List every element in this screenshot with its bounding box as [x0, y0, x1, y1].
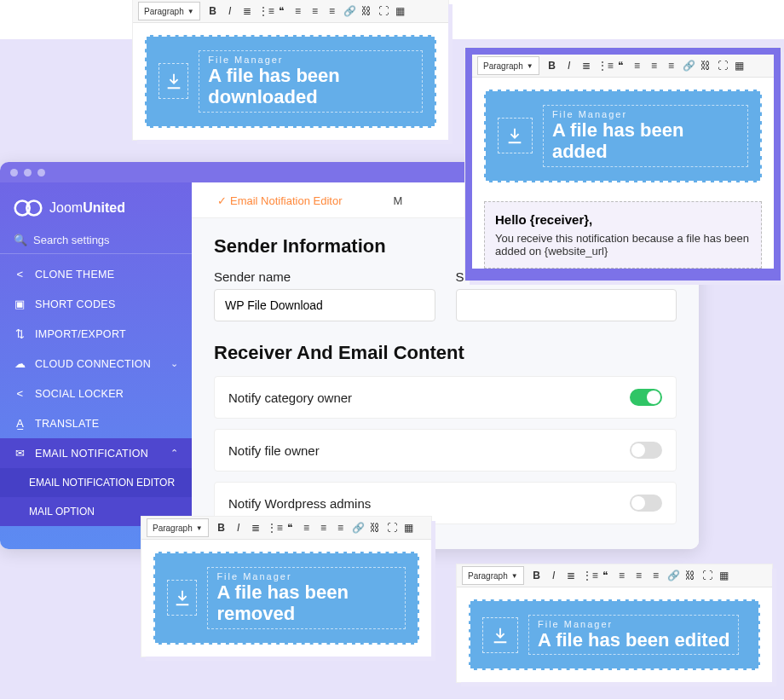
align-right-icon[interactable]: ≡ — [666, 60, 677, 72]
notification-message: A file has been edited — [538, 629, 729, 651]
sender-name-label: Sender name — [214, 269, 435, 284]
toggle-notify-category-owner[interactable] — [630, 389, 662, 406]
window-dot[interactable] — [10, 169, 18, 176]
email-body-preview: Hello {receiver}, You receive this notif… — [484, 201, 762, 269]
editor-card-removed: Paragraph▼ BI≣⋮≡❝≡≡≡🔗⛓⛶▦ File Manager A … — [141, 517, 431, 657]
unlink-icon[interactable]: ⛓ — [369, 522, 381, 534]
file-manager-label: File Manager — [216, 571, 396, 581]
bold-icon[interactable]: B — [216, 522, 228, 534]
align-center-icon[interactable]: ≡ — [318, 522, 330, 534]
sidebar-item-import-export[interactable]: ⇅IMPORT/EXPORT — [0, 319, 192, 349]
align-center-icon[interactable]: ≡ — [309, 5, 321, 17]
italic-icon[interactable]: I — [563, 60, 575, 72]
share-icon: < — [14, 387, 26, 400]
unlink-icon[interactable]: ⛓ — [684, 570, 696, 581]
link-icon[interactable]: 🔗 — [352, 522, 364, 534]
align-left-icon[interactable]: ≡ — [616, 570, 628, 581]
quote-icon[interactable]: ❝ — [599, 570, 611, 581]
align-left-icon[interactable]: ≡ — [301, 522, 313, 534]
search-placeholder: Search settings — [33, 234, 110, 246]
mail-icon: ✉ — [14, 447, 26, 460]
paragraph-select[interactable]: Paragraph▼ — [477, 56, 539, 75]
share-icon: < — [14, 268, 26, 281]
sidebar-item-translate[interactable]: A̲TRANSLATE — [0, 408, 192, 438]
paragraph-select[interactable]: Paragraph▼ — [462, 566, 524, 585]
number-list-icon[interactable]: ⋮≡ — [258, 5, 270, 17]
sidebar-item-clone-theme[interactable]: <CLONE THEME — [0, 259, 192, 289]
unlink-icon[interactable]: ⛓ — [700, 60, 712, 72]
sidebar-item-social-locker[interactable]: <SOCIAL LOCKER — [0, 379, 192, 408]
toggle-notify-file-owner[interactable] — [630, 442, 662, 459]
sidebar-item-label: CLONE THEME — [35, 269, 114, 281]
brand-text-bold: United — [83, 200, 125, 215]
toggle-notify-wp-admins[interactable] — [630, 495, 662, 512]
link-icon[interactable]: 🔗 — [667, 570, 679, 581]
file-manager-label: File Manager — [552, 109, 739, 119]
notification-banner: File Manager A file has been edited — [469, 599, 760, 670]
fullscreen-icon[interactable]: ⛶ — [378, 5, 389, 17]
bold-icon[interactable]: B — [546, 60, 558, 72]
number-list-icon[interactable]: ⋮≡ — [582, 570, 594, 581]
sidebar-item-cloud-connection[interactable]: ☁CLOUD CONNECTION⌄ — [0, 349, 192, 379]
bullet-list-icon[interactable]: ≣ — [580, 60, 592, 72]
align-right-icon[interactable]: ≡ — [650, 570, 662, 581]
quote-icon[interactable]: ❝ — [614, 60, 626, 72]
sidebar-item-email-notification[interactable]: ✉EMAIL NOTIFICATION⌃ — [0, 438, 192, 468]
paragraph-select[interactable]: Paragraph▼ — [138, 2, 200, 20]
translate-icon: A̲ — [14, 417, 26, 430]
search-icon: 🔍 — [14, 234, 26, 246]
sidebar-item-label: SOCIAL LOCKER — [35, 388, 124, 400]
grid-icon[interactable]: ▦ — [734, 60, 746, 72]
bold-icon[interactable]: B — [207, 5, 219, 17]
download-icon — [159, 63, 188, 99]
sidebar-item-short-codes[interactable]: ▣SHORT CODES — [0, 289, 192, 319]
link-icon[interactable]: 🔗 — [343, 5, 355, 17]
grid-icon[interactable]: ▦ — [403, 522, 415, 534]
email-greeting: Hello {receiver}, — [495, 212, 751, 227]
editor-card-added: Paragraph▼ BI≣⋮≡❝≡≡≡🔗⛓⛶▦ File Manager A … — [465, 48, 781, 281]
editor-card-edited: Paragraph▼ BI≣⋮≡❝≡≡≡🔗⛓⛶▦ File Manager A … — [457, 564, 772, 682]
sender-name-input[interactable] — [214, 289, 435, 321]
link-icon[interactable]: 🔗 — [683, 60, 695, 72]
editor-toolbar: Paragraph▼ B I ≣ ⋮≡ ❝ ≡ ≡ ≡ 🔗 ⛓ ⛶ ▦ — [133, 0, 448, 23]
download-icon — [498, 118, 533, 153]
align-left-icon[interactable]: ≡ — [292, 5, 304, 17]
sidebar-item-label: IMPORT/EXPORT — [35, 328, 126, 340]
italic-icon[interactable]: I — [233, 522, 245, 534]
notification-message: A file has been removed — [216, 581, 396, 625]
align-right-icon[interactable]: ≡ — [335, 522, 347, 534]
bullet-list-icon[interactable]: ≣ — [250, 522, 262, 534]
align-right-icon[interactable]: ≡ — [326, 5, 338, 17]
window-dot[interactable] — [24, 169, 32, 176]
quote-icon[interactable]: ❝ — [275, 5, 287, 17]
bullet-list-icon[interactable]: ≣ — [241, 5, 253, 17]
sender-mail-input[interactable] — [456, 289, 677, 321]
notification-message: A file has been added — [552, 119, 739, 163]
align-center-icon[interactable]: ≡ — [633, 570, 645, 581]
number-list-icon[interactable]: ⋮≡ — [597, 60, 609, 72]
tab-mail-option[interactable]: M — [394, 194, 403, 207]
fullscreen-icon[interactable]: ⛶ — [701, 570, 713, 581]
fullscreen-icon[interactable]: ⛶ — [717, 60, 729, 72]
search-settings[interactable]: 🔍 Search settings — [0, 227, 192, 254]
sidebar-item-label: CLOUD CONNECTION — [35, 358, 151, 370]
unlink-icon[interactable]: ⛓ — [360, 5, 372, 17]
window-dot[interactable] — [37, 169, 45, 176]
file-manager-label: File Manager — [208, 55, 413, 65]
quote-icon[interactable]: ❝ — [284, 522, 296, 534]
align-center-icon[interactable]: ≡ — [649, 60, 660, 72]
bold-icon[interactable]: B — [531, 570, 543, 581]
align-left-icon[interactable]: ≡ — [631, 60, 643, 72]
italic-icon[interactable]: I — [548, 570, 560, 581]
italic-icon[interactable]: I — [224, 5, 236, 17]
grid-icon[interactable]: ▦ — [718, 570, 730, 581]
tab-email-editor[interactable]: ✓Email Notifiation Editor — [217, 194, 343, 207]
bullet-list-icon[interactable]: ≣ — [565, 570, 577, 581]
number-list-icon[interactable]: ⋮≡ — [267, 522, 279, 534]
paragraph-select[interactable]: Paragraph▼ — [147, 518, 209, 537]
grid-icon[interactable]: ▦ — [395, 5, 406, 17]
paragraph-label: Paragraph — [483, 61, 523, 71]
fullscreen-icon[interactable]: ⛶ — [386, 522, 398, 534]
download-icon — [482, 617, 518, 653]
sidebar-sub-email-editor[interactable]: EMAIL NOTIFICATION EDITOR — [0, 468, 192, 497]
